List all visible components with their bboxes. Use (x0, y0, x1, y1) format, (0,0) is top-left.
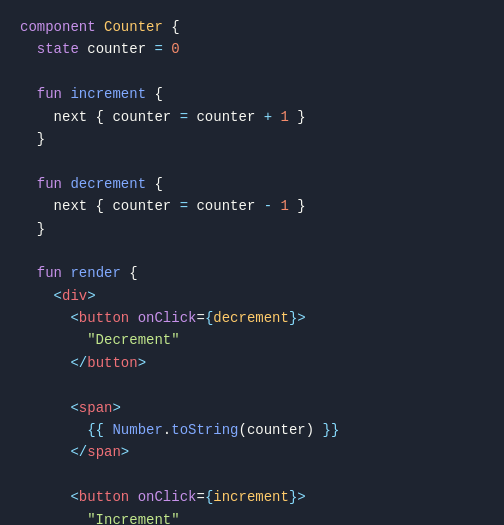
token: { (205, 486, 213, 508)
token (20, 195, 54, 217)
token (20, 38, 37, 60)
token (171, 106, 179, 128)
token (20, 173, 37, 195)
token (163, 38, 171, 60)
token: > (121, 441, 129, 463)
token: button (87, 352, 137, 374)
token: increment (213, 486, 289, 508)
token (146, 38, 154, 60)
token: < (70, 397, 78, 419)
token: { (87, 195, 112, 217)
token: } (289, 307, 297, 329)
token: - (264, 195, 272, 217)
code-line: <button onClick={decrement}> (20, 307, 484, 329)
token: counter (112, 106, 171, 128)
token: 1 (281, 195, 289, 217)
token: span (87, 441, 121, 463)
token: } (289, 106, 306, 128)
token (272, 106, 280, 128)
token: "Increment" (87, 509, 179, 525)
token (188, 106, 196, 128)
token: increment (70, 83, 146, 105)
token: onClick (138, 307, 197, 329)
token: </ (70, 441, 87, 463)
code-line: "Decrement" (20, 329, 484, 351)
token (20, 307, 70, 329)
code-line (20, 374, 484, 396)
token: ( (238, 419, 246, 441)
token: counter (87, 38, 146, 60)
token: </ (70, 352, 87, 374)
code-line: {{ Number.toString(counter) }} (20, 419, 484, 441)
token: counter (112, 195, 171, 217)
code-line (20, 150, 484, 172)
token: button (79, 307, 129, 329)
token (20, 397, 70, 419)
code-line: } (20, 128, 484, 150)
token: Number (112, 419, 162, 441)
token: > (297, 307, 305, 329)
code-line: next { counter = counter + 1 } (20, 106, 484, 128)
token: state (37, 38, 79, 60)
token: fun (37, 173, 62, 195)
code-line: "Increment" (20, 509, 484, 525)
code-line: fun decrement { (20, 173, 484, 195)
token: < (70, 486, 78, 508)
token: = (196, 486, 204, 508)
token: onClick (138, 486, 197, 508)
token (62, 262, 70, 284)
token: counter (196, 106, 255, 128)
token: fun (37, 83, 62, 105)
token (62, 173, 70, 195)
token (20, 486, 70, 508)
code-line: </span> (20, 441, 484, 463)
token: decrement (70, 173, 146, 195)
token: counter (247, 419, 306, 441)
code-line: <span> (20, 397, 484, 419)
token (96, 16, 104, 38)
token: } (289, 195, 306, 217)
token: = (180, 195, 188, 217)
token: render (70, 262, 120, 284)
token: div (62, 285, 87, 307)
token (314, 419, 322, 441)
token: span (79, 397, 113, 419)
token: 0 (171, 38, 179, 60)
token: > (87, 285, 95, 307)
token (62, 83, 70, 105)
token: + (264, 106, 272, 128)
token: > (297, 486, 305, 508)
token: Counter (104, 16, 163, 38)
code-line: fun increment { (20, 83, 484, 105)
token (20, 106, 54, 128)
token: toString (171, 419, 238, 441)
token: = (196, 307, 204, 329)
token: }} (323, 419, 340, 441)
code-line: component Counter { (20, 16, 484, 38)
token (20, 419, 87, 441)
token: decrement (213, 307, 289, 329)
token: { (163, 16, 180, 38)
token: next (54, 195, 88, 217)
code-line: <button onClick={increment}> (20, 486, 484, 508)
token: { (146, 83, 163, 105)
token: { (87, 106, 112, 128)
token: } (20, 218, 45, 240)
code-line (20, 61, 484, 83)
token (20, 441, 70, 463)
token (20, 285, 54, 307)
token: fun (37, 262, 62, 284)
code-line: state counter = 0 (20, 38, 484, 60)
code-line: <div> (20, 285, 484, 307)
token (255, 106, 263, 128)
token: { (121, 262, 138, 284)
token (20, 509, 87, 525)
token: "Decrement" (87, 329, 179, 351)
token: ) (306, 419, 314, 441)
token: } (20, 128, 45, 150)
token: {{ (87, 419, 104, 441)
code-line: fun render { (20, 262, 484, 284)
code-lines: component Counter { state counter = 0 fu… (20, 16, 484, 525)
token (255, 195, 263, 217)
token (272, 195, 280, 217)
